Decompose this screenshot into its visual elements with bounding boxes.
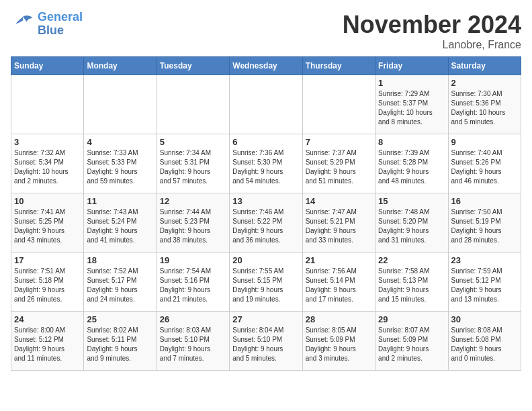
logo-icon [11, 12, 35, 36]
day-info: Sunrise: 8:05 AM Sunset: 5:09 PM Dayligh… [306, 326, 372, 363]
calendar-cell: 23Sunrise: 7:59 AM Sunset: 5:12 PM Dayli… [448, 253, 521, 312]
day-number: 12 [160, 196, 226, 206]
day-info: Sunrise: 7:39 AM Sunset: 5:28 PM Dayligh… [378, 148, 445, 186]
day-number: 17 [14, 255, 81, 265]
day-info: Sunrise: 8:07 AM Sunset: 5:09 PM Dayligh… [378, 326, 445, 363]
calendar-cell: 13Sunrise: 7:46 AM Sunset: 5:22 PM Dayli… [230, 193, 302, 253]
calendar-cell: 16Sunrise: 7:50 AM Sunset: 5:19 PM Dayli… [448, 193, 521, 253]
calendar-cell: 12Sunrise: 7:44 AM Sunset: 5:23 PM Dayli… [157, 193, 229, 253]
day-number: 29 [378, 314, 445, 324]
day-number: 23 [451, 255, 518, 265]
calendar-cell [302, 75, 375, 134]
calendar-cell: 3Sunrise: 7:32 AM Sunset: 5:34 PM Daylig… [11, 134, 84, 193]
day-number: 6 [232, 137, 299, 147]
weekday-header: Friday [375, 57, 448, 75]
calendar-cell [230, 75, 302, 134]
day-number: 11 [87, 196, 153, 206]
day-info: Sunrise: 7:44 AM Sunset: 5:23 PM Dayligh… [160, 208, 226, 245]
day-info: Sunrise: 7:59 AM Sunset: 5:12 PM Dayligh… [451, 267, 518, 304]
day-number: 24 [14, 314, 81, 324]
weekday-header-row: SundayMondayTuesdayWednesdayThursdayFrid… [11, 57, 521, 75]
weekday-header: Saturday [448, 57, 521, 75]
weekday-header: Wednesday [230, 57, 302, 75]
logo-line1: General [38, 10, 83, 24]
day-number: 1 [378, 78, 445, 88]
calendar-cell: 8Sunrise: 7:39 AM Sunset: 5:28 PM Daylig… [375, 134, 448, 193]
day-number: 25 [87, 314, 153, 324]
calendar-cell: 24Sunrise: 8:00 AM Sunset: 5:12 PM Dayli… [11, 312, 84, 371]
calendar-cell: 19Sunrise: 7:54 AM Sunset: 5:16 PM Dayli… [157, 253, 229, 312]
day-info: Sunrise: 7:37 AM Sunset: 5:29 PM Dayligh… [306, 148, 372, 186]
weekday-header: Tuesday [157, 57, 229, 75]
day-info: Sunrise: 7:36 AM Sunset: 5:30 PM Dayligh… [232, 148, 299, 186]
calendar-week-row: 24Sunrise: 8:00 AM Sunset: 5:12 PM Dayli… [11, 312, 521, 371]
calendar-cell [84, 75, 157, 134]
calendar-cell [11, 75, 84, 134]
calendar-cell: 5Sunrise: 7:34 AM Sunset: 5:31 PM Daylig… [157, 134, 229, 193]
day-number: 15 [378, 196, 445, 206]
logo-text: General Blue [38, 11, 83, 38]
calendar-cell: 21Sunrise: 7:56 AM Sunset: 5:14 PM Dayli… [302, 253, 375, 312]
day-info: Sunrise: 8:08 AM Sunset: 5:08 PM Dayligh… [451, 326, 518, 363]
day-number: 13 [232, 196, 299, 206]
day-number: 2 [451, 78, 518, 88]
page-header: General Blue November 2024 Lanobre, Fran… [11, 11, 521, 51]
logo-line2: Blue [38, 24, 64, 37]
day-number: 9 [451, 137, 518, 147]
calendar-week-row: 1Sunrise: 7:29 AM Sunset: 5:37 PM Daylig… [11, 75, 521, 134]
calendar-cell: 11Sunrise: 7:43 AM Sunset: 5:24 PM Dayli… [84, 193, 157, 253]
month-title: November 2024 [343, 11, 521, 39]
calendar-cell [157, 75, 229, 134]
day-info: Sunrise: 7:46 AM Sunset: 5:22 PM Dayligh… [232, 208, 299, 245]
calendar-table: SundayMondayTuesdayWednesdayThursdayFrid… [11, 56, 521, 371]
day-number: 30 [451, 314, 518, 324]
calendar-cell: 7Sunrise: 7:37 AM Sunset: 5:29 PM Daylig… [302, 134, 375, 193]
calendar-cell: 18Sunrise: 7:52 AM Sunset: 5:17 PM Dayli… [84, 253, 157, 312]
day-info: Sunrise: 8:04 AM Sunset: 5:10 PM Dayligh… [232, 326, 299, 363]
day-info: Sunrise: 7:32 AM Sunset: 5:34 PM Dayligh… [14, 148, 81, 186]
day-info: Sunrise: 7:58 AM Sunset: 5:13 PM Dayligh… [378, 267, 445, 304]
day-info: Sunrise: 8:03 AM Sunset: 5:10 PM Dayligh… [160, 326, 226, 363]
calendar-cell: 14Sunrise: 7:47 AM Sunset: 5:21 PM Dayli… [302, 193, 375, 253]
day-info: Sunrise: 7:50 AM Sunset: 5:19 PM Dayligh… [451, 208, 518, 245]
day-number: 16 [451, 196, 518, 206]
day-info: Sunrise: 7:30 AM Sunset: 5:36 PM Dayligh… [451, 89, 518, 127]
day-info: Sunrise: 7:56 AM Sunset: 5:14 PM Dayligh… [306, 267, 372, 304]
calendar-cell: 2Sunrise: 7:30 AM Sunset: 5:36 PM Daylig… [448, 75, 521, 134]
day-info: Sunrise: 7:33 AM Sunset: 5:33 PM Dayligh… [87, 148, 153, 186]
calendar-cell: 4Sunrise: 7:33 AM Sunset: 5:33 PM Daylig… [84, 134, 157, 193]
calendar-cell: 30Sunrise: 8:08 AM Sunset: 5:08 PM Dayli… [448, 312, 521, 371]
day-number: 22 [378, 255, 445, 265]
day-info: Sunrise: 7:34 AM Sunset: 5:31 PM Dayligh… [160, 148, 226, 186]
day-number: 7 [306, 137, 372, 147]
day-number: 5 [160, 137, 226, 147]
day-info: Sunrise: 7:54 AM Sunset: 5:16 PM Dayligh… [160, 267, 226, 304]
calendar-cell: 1Sunrise: 7:29 AM Sunset: 5:37 PM Daylig… [375, 75, 448, 134]
location: Lanobre, France [343, 39, 521, 51]
calendar-cell: 20Sunrise: 7:55 AM Sunset: 5:15 PM Dayli… [230, 253, 302, 312]
day-number: 26 [160, 314, 226, 324]
weekday-header: Sunday [11, 57, 84, 75]
day-number: 28 [306, 314, 372, 324]
calendar-cell: 28Sunrise: 8:05 AM Sunset: 5:09 PM Dayli… [302, 312, 375, 371]
day-number: 21 [306, 255, 372, 265]
day-number: 4 [87, 137, 153, 147]
day-number: 8 [378, 137, 445, 147]
calendar-cell: 29Sunrise: 8:07 AM Sunset: 5:09 PM Dayli… [375, 312, 448, 371]
day-info: Sunrise: 7:51 AM Sunset: 5:18 PM Dayligh… [14, 267, 81, 304]
calendar-cell: 9Sunrise: 7:40 AM Sunset: 5:26 PM Daylig… [448, 134, 521, 193]
day-info: Sunrise: 7:41 AM Sunset: 5:25 PM Dayligh… [14, 208, 81, 245]
day-number: 27 [232, 314, 299, 324]
calendar-cell: 22Sunrise: 7:58 AM Sunset: 5:13 PM Dayli… [375, 253, 448, 312]
calendar-week-row: 17Sunrise: 7:51 AM Sunset: 5:18 PM Dayli… [11, 253, 521, 312]
calendar-week-row: 3Sunrise: 7:32 AM Sunset: 5:34 PM Daylig… [11, 134, 521, 193]
day-number: 18 [87, 255, 153, 265]
day-info: Sunrise: 8:00 AM Sunset: 5:12 PM Dayligh… [14, 326, 81, 363]
day-info: Sunrise: 7:29 AM Sunset: 5:37 PM Dayligh… [378, 89, 445, 127]
day-info: Sunrise: 8:02 AM Sunset: 5:11 PM Dayligh… [87, 326, 153, 363]
day-number: 14 [306, 196, 372, 206]
calendar-week-row: 10Sunrise: 7:41 AM Sunset: 5:25 PM Dayli… [11, 193, 521, 253]
calendar-cell: 25Sunrise: 8:02 AM Sunset: 5:11 PM Dayli… [84, 312, 157, 371]
day-info: Sunrise: 7:40 AM Sunset: 5:26 PM Dayligh… [451, 148, 518, 186]
day-number: 10 [14, 196, 81, 206]
